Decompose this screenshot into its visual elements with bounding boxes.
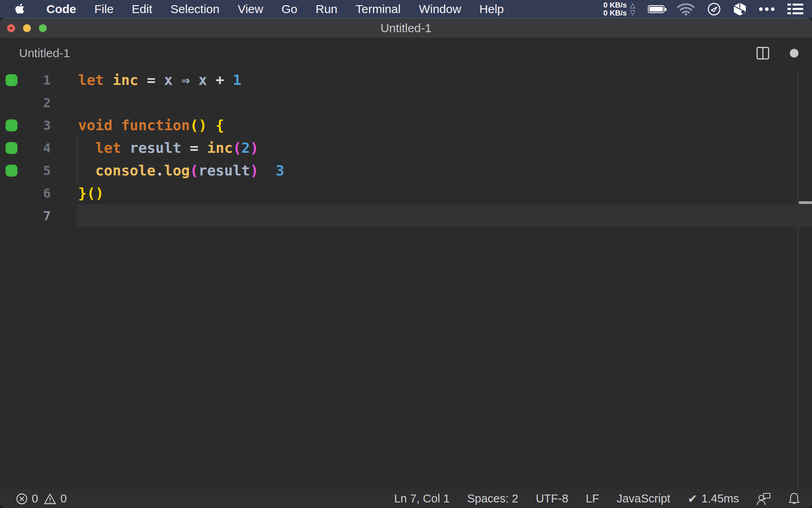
quokka-coverage-marker: [6, 142, 17, 154]
menubar-status-area: 0 KB/s 0 KB/s △ ▽: [603, 1, 803, 17]
quokka-coverage-marker: [6, 119, 17, 131]
network-speed-indicator[interactable]: 0 KB/s 0 KB/s △ ▽: [603, 1, 635, 17]
warning-icon: [44, 493, 56, 505]
end-of-line[interactable]: LF: [586, 492, 599, 505]
split-editor-icon[interactable]: [756, 47, 769, 60]
feedback-person-icon: [756, 493, 771, 505]
menu-item-terminal[interactable]: Terminal: [347, 2, 410, 16]
menu-item-help[interactable]: Help: [470, 2, 513, 16]
check-icon: ✔: [688, 492, 697, 506]
apple-icon[interactable]: [15, 3, 25, 15]
code-line-3[interactable]: 3void function() {: [0, 114, 812, 137]
line-number: 2: [17, 95, 51, 110]
line-number: 5: [17, 163, 51, 178]
quokka-coverage-marker: [6, 74, 17, 86]
code-line-5[interactable]: 5 console.log(result) 3: [0, 159, 812, 182]
menu-bar: CodeFileEditSelectionViewGoRunTerminalWi…: [0, 0, 812, 18]
code-line-2[interactable]: 2: [0, 91, 812, 114]
menu-item-go[interactable]: Go: [272, 2, 306, 16]
menu-item-window[interactable]: Window: [410, 2, 470, 16]
problems-errors[interactable]: 0: [16, 492, 38, 505]
menu-item-code[interactable]: Code: [37, 2, 85, 16]
feedback-button[interactable]: [756, 493, 771, 505]
error-icon: [16, 493, 28, 505]
list-menu-icon[interactable]: [787, 4, 803, 15]
code-line-6[interactable]: 6}(): [0, 182, 812, 204]
wifi-icon[interactable]: [677, 3, 695, 15]
line-number: 6: [17, 186, 51, 201]
overflow-dots-icon[interactable]: [759, 7, 775, 11]
gutter-spacer: [6, 187, 17, 199]
overview-ruler[interactable]: [798, 69, 799, 489]
net-down-speed: 0 KB/s: [603, 9, 627, 17]
line-number: 4: [17, 140, 51, 156]
timing-value: 1.45ms: [701, 492, 739, 505]
menu-item-view[interactable]: View: [228, 2, 272, 16]
menu-item-run[interactable]: Run: [306, 2, 347, 16]
indentation-setting[interactable]: Spaces: 2: [467, 492, 518, 505]
line-number: 7: [17, 208, 51, 223]
status-bar: 0 0 Ln 7, Col 1 Spaces: 2 UTF-8 LF JavaS…: [0, 489, 812, 508]
code-text: }(): [78, 185, 104, 201]
code-lines: 1let inc = x ⇒ x + 123void function() {4…: [0, 69, 812, 227]
net-down-arrow: ▽: [630, 9, 635, 16]
zoom-button[interactable]: [39, 24, 47, 32]
indent-guide: [77, 137, 78, 183]
editor-header-row: Untitled-1: [0, 38, 812, 69]
editor-area: Untitled-1 1let inc = x ⇒ x + 123void fu…: [0, 38, 812, 489]
menu-item-edit[interactable]: Edit: [123, 2, 161, 16]
language-mode[interactable]: JavaScript: [617, 492, 670, 505]
clock-menu-icon[interactable]: [707, 2, 721, 16]
code-text: void function() {: [78, 117, 224, 133]
warning-count: 0: [60, 492, 67, 505]
overview-cursor-marker: [799, 201, 812, 204]
code-text: let result = inc(2): [78, 140, 259, 156]
quokka-coverage-marker: [6, 165, 17, 177]
menu-item-selection[interactable]: Selection: [161, 2, 228, 16]
code-line-1[interactable]: 1let inc = x ⇒ x + 1: [0, 69, 812, 91]
error-count: 0: [32, 492, 38, 505]
code-line-7[interactable]: 7: [0, 204, 812, 227]
minimize-button[interactable]: [23, 24, 31, 32]
breadcrumb-filename[interactable]: Untitled-1: [19, 46, 70, 60]
unsaved-changes-dot[interactable]: [790, 49, 799, 58]
window-title: Untitled-1: [381, 21, 431, 35]
bell-icon: [788, 492, 800, 506]
problems-warnings[interactable]: 0: [44, 492, 67, 505]
code-text: let inc = x ⇒ x + 1: [78, 72, 241, 88]
quokka-timing[interactable]: ✔ 1.45ms: [688, 492, 739, 506]
gutter-spacer: [6, 210, 17, 222]
line-number: 3: [17, 118, 51, 133]
battery-icon[interactable]: [648, 5, 665, 13]
gutter-spacer: [6, 97, 17, 109]
line-number: 1: [17, 73, 51, 88]
notifications-button[interactable]: [788, 492, 800, 506]
cursor-position[interactable]: Ln 7, Col 1: [394, 492, 450, 505]
menu-items: CodeFileEditSelectionViewGoRunTerminalWi…: [37, 2, 513, 16]
code-line-4[interactable]: 4 let result = inc(2): [0, 137, 812, 159]
net-up-arrow: △: [630, 2, 635, 9]
net-up-speed: 0 KB/s: [603, 1, 627, 9]
window-titlebar[interactable]: Untitled-1: [0, 18, 812, 38]
menu-item-file[interactable]: File: [85, 2, 123, 16]
file-encoding[interactable]: UTF-8: [536, 492, 568, 505]
cube-menu-icon[interactable]: [733, 2, 746, 16]
close-button[interactable]: [7, 24, 15, 32]
traffic-lights: [0, 18, 47, 38]
code-text: console.log(result) 3: [78, 162, 284, 179]
vscode-window: Untitled-1 Untitled-1 1let inc = x ⇒ x +…: [0, 18, 812, 508]
